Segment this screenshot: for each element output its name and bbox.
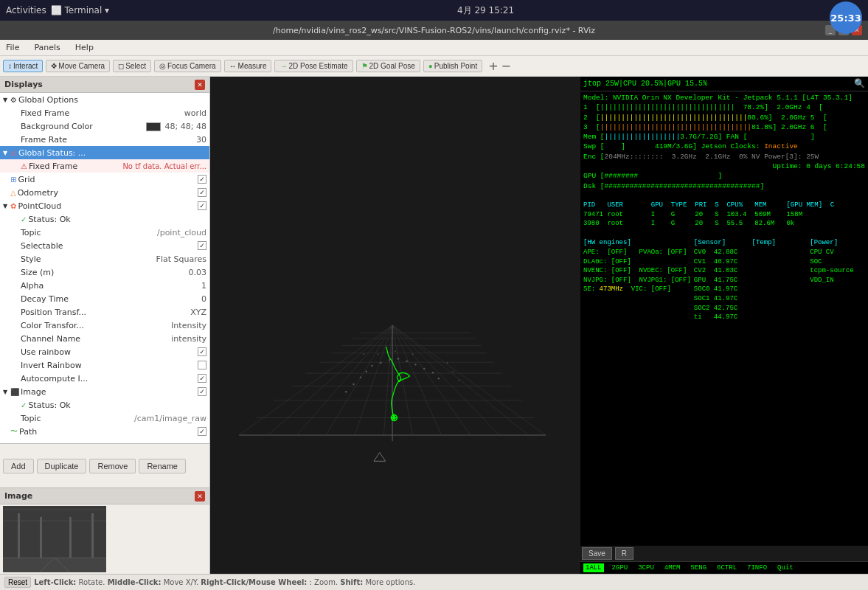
select-button[interactable]: ◻ Select [113, 60, 151, 72]
pc-selectable-checkbox[interactable] [198, 241, 206, 250]
hw-se-line: SE: 473MHz VIC: [OFF] [583, 285, 691, 294]
move-camera-label: Move Camera [58, 62, 105, 70]
pc-channel-item[interactable]: Channel Name intensity [0, 332, 209, 345]
os-top-bar: Activities ⬜ Terminal ▾ 4月 29 15:21 25:3… [0, 0, 868, 21]
image-display-checkbox[interactable] [198, 387, 206, 396]
toolbar-plus-icon[interactable]: + [488, 59, 498, 73]
pc-invert-rainbow-item[interactable]: Invert Rainbow [0, 358, 209, 372]
pc-rainbow-checkbox[interactable] [198, 347, 206, 356]
pc-alpha-item[interactable]: Alpha 1 [0, 279, 209, 292]
grid-item[interactable]: ⊞ Grid [0, 173, 209, 186]
pc-selectable-item[interactable]: Selectable [0, 239, 209, 252]
jtop-save-button[interactable]: Save [582, 547, 612, 560]
rename-button[interactable]: Rename [139, 459, 186, 473]
temp-header: [Temp] [752, 238, 808, 248]
interact-button[interactable]: ↕ Interact [3, 60, 43, 72]
pointcloud-checkbox[interactable] [198, 201, 206, 210]
global-options-item[interactable]: ▼ ⚙ Global Options [0, 93, 209, 106]
menu-file[interactable]: File [3, 41, 22, 54]
jtop-process-2: 3980 root I G 20 S 55.5 82.6M 0k [583, 219, 865, 229]
image-display-icon: ⬛ [10, 388, 19, 396]
menu-help[interactable]: Help [72, 41, 97, 54]
remove-button[interactable]: Remove [89, 459, 136, 473]
jtop-tab-mem[interactable]: 4MEM [662, 563, 683, 572]
global-status-item[interactable]: ▼ ⚠ Global Status: ... [0, 146, 209, 159]
displays-close-button[interactable]: ✕ [195, 80, 205, 90]
pc-position-item[interactable]: Position Transf... XYZ [0, 305, 209, 319]
image-display-arrow: ▼ [3, 389, 10, 395]
jtop-tab-info[interactable]: 7INFO [745, 563, 769, 572]
odometry-checkbox[interactable] [198, 188, 206, 197]
pc-style-item[interactable]: Style Flat Squares [0, 252, 209, 266]
odometry-item[interactable]: △ Odometry [0, 186, 209, 199]
2d-pose-estimate-button[interactable]: → 2D Pose Estimate [274, 60, 353, 72]
fixed-frame-item[interactable]: Fixed Frame world [0, 106, 209, 119]
jtop-tab-ctrl[interactable]: 6CTRL [715, 563, 739, 572]
sensor-header: [Sensor] [694, 238, 749, 248]
activities-label[interactable]: Activities [6, 5, 46, 15]
pc-rainbow-label: Use rainbow [21, 347, 195, 357]
move-camera-button[interactable]: ✥ Move Camera [46, 60, 110, 72]
odometry-label: Odometry [18, 188, 195, 198]
svg-point-44 [360, 376, 361, 378]
pc-status-item[interactable]: ✓ Status: Ok [0, 212, 209, 226]
menu-panels[interactable]: Panels [31, 41, 63, 54]
measure-button[interactable]: ↔ Measure [224, 60, 272, 72]
pc-color-transform-item[interactable]: Color Transfor... Intensity [0, 319, 209, 332]
displays-tree[interactable]: ▼ ⚙ Global Options Fixed Frame world Bac… [0, 93, 209, 443]
fixed-frame-error-item[interactable]: ⚠ Fixed Frame No tf data. Actual err... [0, 159, 209, 173]
jtop-tab-cpu[interactable]: 3CPU [636, 563, 656, 572]
duplicate-button[interactable]: Duplicate [37, 459, 87, 473]
toolbar-minus-icon[interactable]: − [501, 59, 511, 73]
jtop-enc-line: Enc [204MHz:::::::: 3.2GHz 2.1GHz 0% NV … [583, 152, 865, 162]
reset-button[interactable]: Reset [4, 577, 31, 588]
rviz-viewport[interactable] [210, 77, 580, 574]
image-display-item[interactable]: ▼ ⬛ Image [0, 385, 209, 398]
2d-goal-pose-button[interactable]: ⚑ 2D Goal Pose [356, 60, 420, 72]
grid-label: Grid [18, 175, 195, 184]
fixed-frame-label: Fixed Frame [21, 108, 181, 118]
svg-point-45 [353, 384, 354, 385]
pc-autocompute-item[interactable]: Autocompute I... [0, 372, 209, 385]
add-button[interactable]: Add [3, 459, 34, 473]
svg-rect-12 [210, 158, 580, 493]
hw-engines-header: [HW engines] [583, 238, 691, 248]
grid-checkbox[interactable] [198, 175, 206, 184]
svg-point-52 [412, 353, 414, 355]
image-panel-close-button[interactable]: ✕ [195, 491, 205, 502]
main-window: /home/nvidia/vins_ros2_ws/src/VINS-Fusio… [0, 21, 868, 590]
pc-autocompute-checkbox[interactable] [198, 374, 206, 383]
bg-color-item[interactable]: Background Color 48; 48; 48 [0, 119, 209, 133]
img-status-item[interactable]: ✓ Status: Ok [0, 398, 209, 412]
pointcloud-item[interactable]: ▼ ✿ PointCloud [0, 199, 209, 212]
jtop-tab-eng[interactable]: 5ENG [688, 563, 709, 572]
pc-decay-item[interactable]: Decay Time 0 [0, 292, 209, 305]
jtop-gpu-line: GPU [######## ] [583, 171, 865, 181]
jtop-tab-quit[interactable]: Quit [775, 563, 796, 572]
terminal-label[interactable]: ⬜ Terminal ▾ [51, 5, 109, 15]
pc-topic-item[interactable]: Topic /point_cloud [0, 226, 209, 239]
clock-display: 25:33 [830, 1, 862, 34]
pc-invert-rainbow-checkbox[interactable] [198, 361, 206, 369]
jtop-search-icon[interactable]: 🔍 [854, 78, 865, 89]
publish-point-button[interactable]: ● Publish Point [423, 60, 482, 72]
img-topic-item[interactable]: Topic /cam1/image_raw [0, 412, 209, 425]
publish-point-label: Publish Point [434, 62, 477, 70]
frame-rate-item[interactable]: Frame Rate 30 [0, 133, 209, 146]
viewport-svg [210, 77, 580, 574]
img-topic-label: Topic [21, 414, 131, 423]
pc-size-item[interactable]: Size (m) 0.03 [0, 266, 209, 279]
focus-camera-button[interactable]: ◎ Focus Camera [154, 60, 221, 72]
jtop-r-button[interactable]: R [615, 547, 633, 560]
svg-point-56 [458, 380, 459, 381]
path-item[interactable]: 〜 Path [0, 425, 209, 438]
jtop-swp-line: Swp [ ] 419M/3.6G] Jetson Clocks: Inacti… [583, 142, 865, 151]
odometry-icon: △ [10, 189, 16, 197]
jtop-tab-all[interactable]: 1ALL [583, 563, 604, 572]
path-checkbox[interactable] [198, 427, 206, 436]
jtop-process-1: 79471 root I G 20 S 103.4 509M 158M [583, 210, 865, 220]
pc-rainbow-item[interactable]: Use rainbow [0, 345, 209, 358]
pc-style-label: Style [21, 254, 153, 264]
global-options-label: Global Options [18, 95, 206, 105]
jtop-tab-gpu[interactable]: 2GPU [610, 563, 631, 572]
